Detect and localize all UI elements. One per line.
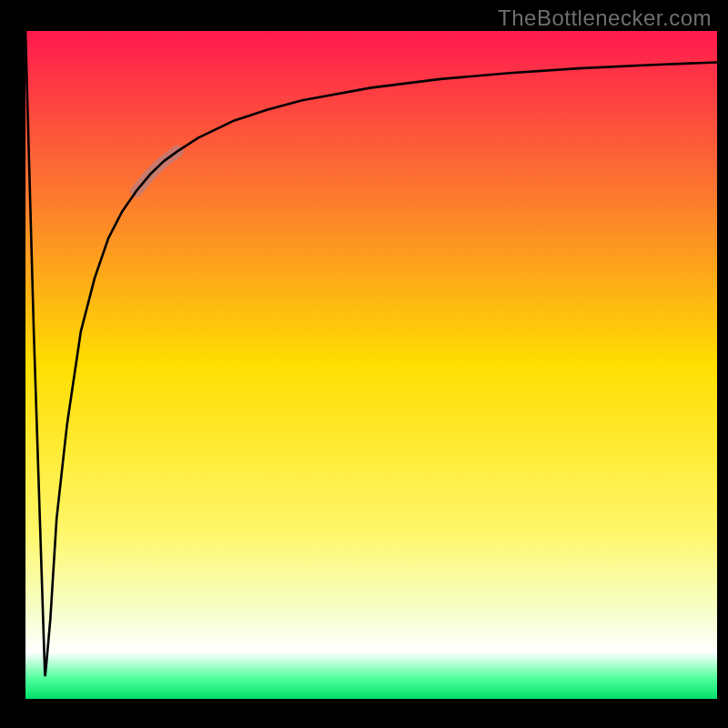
chart-svg bbox=[25, 31, 717, 699]
chart-background bbox=[25, 31, 717, 699]
chart-plot-area bbox=[25, 31, 717, 699]
watermark-text: TheBottlenecker.com bbox=[498, 5, 712, 31]
